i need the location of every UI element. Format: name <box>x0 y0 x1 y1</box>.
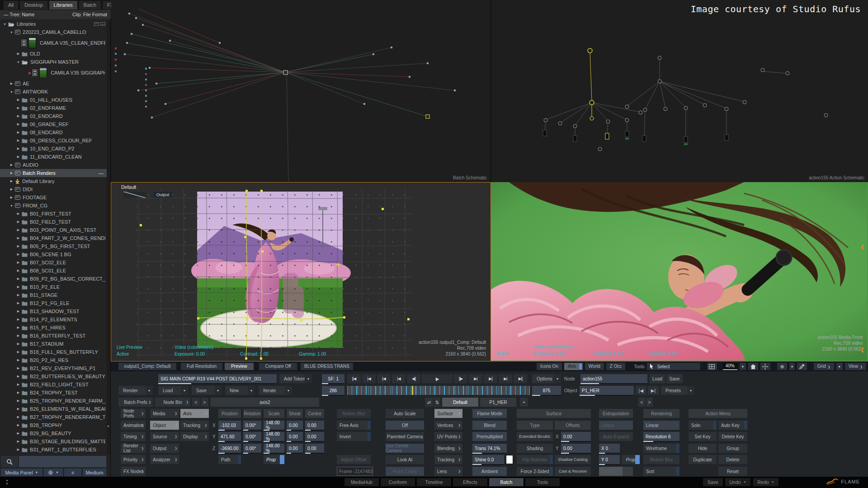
tree-item[interactable]: ▶06_GRADE_REF <box>0 120 107 128</box>
save-button[interactable]: Save▼ <box>192 386 222 395</box>
dropdown-arrow-icon[interactable]: ▼ <box>687 386 694 395</box>
tree-item[interactable]: ▶DIDI <box>0 185 107 193</box>
tree-item[interactable]: ▶Default Library <box>0 177 107 185</box>
tree-scrollbar[interactable] <box>107 20 110 455</box>
expander-icon[interactable]: ▶ <box>9 196 14 199</box>
expander-icon[interactable]: ▶ <box>16 383 20 386</box>
expander-icon[interactable]: ▶ <box>9 188 14 191</box>
rendering-motion-blur-button[interactable]: Motion Blur <box>643 455 679 464</box>
expander-icon[interactable]: ▶ <box>16 366 20 370</box>
nav-media[interactable]: Media❯ <box>150 409 179 418</box>
appbar-save-button[interactable]: Save <box>703 478 723 486</box>
tree-item[interactable]: ▶CAMILA V35 SIGGRAPH COPY <box>0 66 107 80</box>
dropdown-arrow-icon[interactable]: ▼ <box>214 386 222 395</box>
context-tab-p1_her[interactable]: P1_HER <box>480 398 516 407</box>
expander-icon[interactable]: ▶ <box>16 334 20 338</box>
tree-item[interactable]: ▶B08_SC01_ELE <box>0 267 107 275</box>
expander-icon[interactable]: ▶ <box>9 82 14 85</box>
expander-icon[interactable]: ▶ <box>16 440 20 443</box>
batch-prefs-button[interactable]: Batch Prefs❯ <box>118 398 153 407</box>
scale-x-field[interactable]: 148.00 % <box>264 421 284 430</box>
tree-item[interactable]: ▶B04_PART_2_W_CONES_RENDER <box>0 234 107 242</box>
force-2-sided-toggle[interactable]: Force 2-Sided <box>517 467 553 476</box>
camera-point-z-axis[interactable]: Point Z Axis <box>386 467 424 476</box>
transport-button[interactable]: ▶| <box>469 374 482 383</box>
action-delete-key[interactable]: Delete Key <box>718 432 747 441</box>
expander-icon[interactable]: ▶ <box>16 220 20 224</box>
crop-x-field[interactable]: X 0 <box>599 444 620 453</box>
nav-priority[interactable]: Priority❯ <box>121 455 146 464</box>
nav-source[interactable]: Source❯ <box>150 432 179 441</box>
cast-receive-button[interactable]: Cast & Receive <box>555 467 591 476</box>
expander-icon[interactable]: ▶ <box>16 310 20 313</box>
source-viewport[interactable]: Video (colorimetric) Active Exposure: 0.… <box>491 182 868 361</box>
offset-x-field[interactable]: 0.00 <box>561 432 591 441</box>
tree-item[interactable]: ▶B05_P1_BG_FIRST_TEST <box>0 242 107 250</box>
prev-panel-button[interactable]: < <box>638 398 645 407</box>
tree-item[interactable]: ▶AUDIO <box>0 161 107 169</box>
ambient-button[interactable]: Ambient <box>472 467 507 476</box>
dropdown-arrow-icon[interactable]: ▼ <box>248 386 255 395</box>
view-option-1[interactable]: output1_Comp: Default <box>118 363 176 370</box>
shine-field[interactable]: Shine 0.0 <box>472 455 504 464</box>
tree-item[interactable]: ▶B11_STAGE <box>0 291 107 299</box>
action-auto-key[interactable]: Auto Key <box>718 421 747 430</box>
front-view-chip[interactable] <box>123 192 146 198</box>
centre-x-field[interactable]: 0.00 <box>305 421 324 430</box>
tree-item[interactable]: ▶B20_P2_HI_RES <box>0 356 107 364</box>
expander-icon[interactable]: ▶ <box>16 375 20 378</box>
action-group[interactable]: Group <box>718 444 747 453</box>
remove-icon[interactable]: — <box>99 170 105 176</box>
transport-button[interactable]: ||▶ <box>454 374 467 383</box>
path-toggle[interactable]: Path <box>218 455 241 464</box>
offset-y-field[interactable]: 0.00 <box>561 444 591 453</box>
tree-item[interactable]: ▶B30_STAGE_BUILDINGS_MATTE <box>0 437 107 446</box>
free-axis-toggle[interactable]: Free Axis <box>337 421 371 430</box>
grid-dropdown-icon[interactable]: ▼ <box>836 363 843 370</box>
sort-toggle[interactable]: Sort <box>643 467 679 476</box>
tree-item[interactable]: ▼SIGGRAPH MASTER <box>0 58 107 66</box>
playhead[interactable] <box>412 386 413 395</box>
nav-timing[interactable]: Timing❯ <box>121 432 146 441</box>
frame-field[interactable]: Frame -2147483 <box>337 467 373 476</box>
position-z-field[interactable]: -3690.00 <box>218 444 241 453</box>
tree-sort-label[interactable]: — Tree: Name <box>4 12 34 19</box>
shine-color-swatch[interactable] <box>506 455 513 464</box>
nav-axis[interactable]: Axis❯ <box>180 409 209 418</box>
tree-item[interactable]: ▶B14_P2_ELEMENTS <box>0 315 107 324</box>
tree-item[interactable]: ▶B06_SCENE 1 BG <box>0 250 107 258</box>
transport-button[interactable]: ▶|| <box>514 374 527 383</box>
expander-icon[interactable]: ▶ <box>16 342 20 346</box>
object-name-field[interactable]: P1_HER <box>580 386 634 395</box>
batch-schematic-panel[interactable]: Batch Schematic <box>111 0 491 182</box>
z-occ-button[interactable]: Z Occ <box>606 363 626 370</box>
nav-fx-nodes[interactable]: FX Nodes❯ <box>121 467 146 476</box>
expander-icon[interactable]: ▶ <box>16 318 20 321</box>
tab-all[interactable]: All <box>4 1 18 9</box>
transport-button[interactable]: ▶| <box>499 374 512 383</box>
prev-object-button[interactable]: |◀ <box>636 386 646 395</box>
type-button[interactable]: Type <box>517 421 553 430</box>
clip-format-label[interactable]: Clip: File Format <box>72 12 107 19</box>
nav-display[interactable]: Display❯ <box>180 432 209 441</box>
expander-icon[interactable]: ▶ <box>16 277 20 281</box>
dropdown-arrow-icon[interactable]: ▼ <box>146 386 153 395</box>
tree-item[interactable]: ▶B15_P1_HIRES <box>0 324 107 332</box>
view-option-5[interactable]: BLUE DRESS TRANS <box>301 363 353 370</box>
tree-item[interactable]: ▼FROM_CG <box>0 202 107 210</box>
surface-nav-surface[interactable]: Surface❯ <box>434 409 462 418</box>
shear-x-field[interactable]: 0.00 <box>287 421 303 430</box>
filter-button[interactable]: Extended Bicubic <box>517 432 553 441</box>
module-tab-timeline[interactable]: Timeline <box>417 478 451 486</box>
home-view-icon[interactable] <box>748 363 758 370</box>
action-set-key[interactable]: Set Key <box>689 432 717 441</box>
shadow-casting-button[interactable]: Shadow Casting <box>555 455 591 464</box>
tree-item[interactable]: ▶B31_PART_1_BUTTERFLIES <box>0 446 107 454</box>
surface-nav-uv-points[interactable]: UV Points❯ <box>434 432 462 441</box>
tree-item[interactable]: ▶B28_TROPHY <box>0 421 107 429</box>
tree-item[interactable]: ▶B02_FIELD_TEST <box>0 218 107 226</box>
shading-button[interactable]: Shading <box>517 444 553 453</box>
result-viewport[interactable]: Default Output Live Preview Video (color… <box>111 182 491 361</box>
camera-auto-scale[interactable]: Auto Scale <box>386 409 424 418</box>
expander-icon[interactable]: ▼ <box>9 204 14 207</box>
